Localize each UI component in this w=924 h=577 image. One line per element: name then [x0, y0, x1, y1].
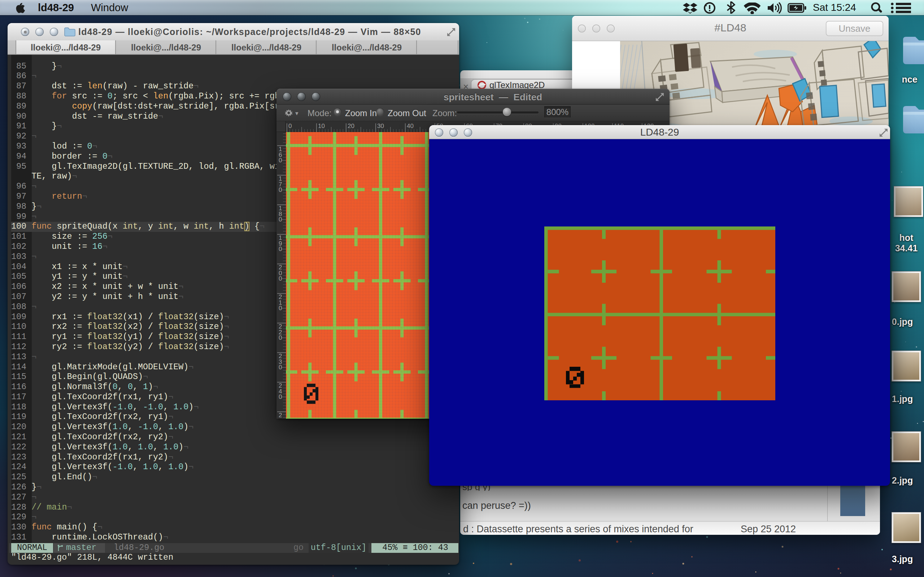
svg-text:5: 5	[279, 417, 282, 419]
svg-text:40: 40	[407, 122, 414, 129]
svg-text:30: 30	[377, 122, 384, 129]
svg-text:20: 20	[347, 122, 354, 129]
svg-text:10: 10	[318, 122, 325, 129]
svg-text:0: 0	[288, 122, 292, 129]
